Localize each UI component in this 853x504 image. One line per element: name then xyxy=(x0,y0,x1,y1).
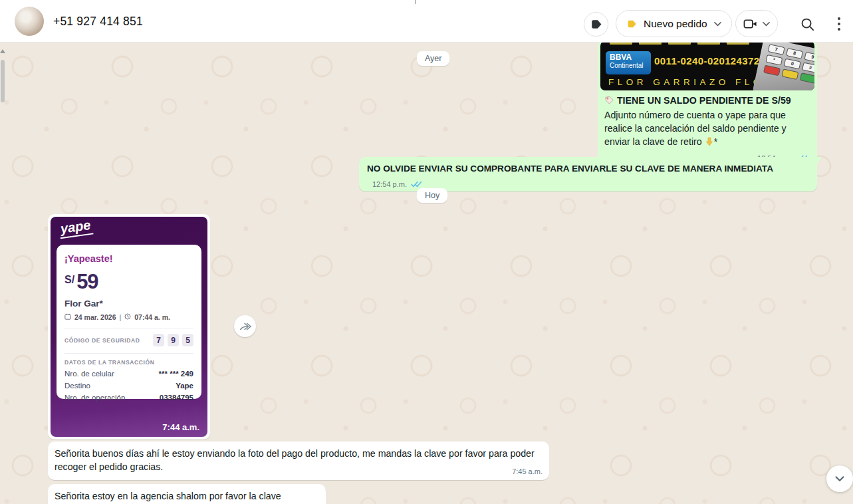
keypad-enter-key xyxy=(800,72,814,84)
message-suffix: * xyxy=(714,136,718,147)
transaction-row: Destino Yape xyxy=(64,382,193,390)
date-divider-today: Hoy xyxy=(417,188,447,203)
keypad-key: 9 xyxy=(804,52,814,63)
point-down-emoji-icon xyxy=(705,136,714,150)
message-meta: 12:54 p.m. xyxy=(372,180,422,189)
calendar-icon xyxy=(64,313,71,321)
receipt-card: ¡Yapeaste! S/59 Flor Gar* 24 mar. 2026 |… xyxy=(57,245,201,399)
chat-header: +51 927 414 851 Nuevo pedido xyxy=(0,0,853,43)
row-value: 03384795 xyxy=(160,394,193,402)
tag-icon xyxy=(590,18,602,31)
incoming-message-payment-sent[interactable]: Señorita buenos días ahí le estoy envian… xyxy=(48,441,549,480)
scroll-to-bottom-button[interactable] xyxy=(826,465,853,492)
video-call-dropdown[interactable] xyxy=(735,10,778,37)
security-digit: 5 xyxy=(182,334,193,346)
outgoing-message-bbva[interactable]: BBVA Continental 0011-0240-0201243721 FL… xyxy=(598,39,817,170)
row-label: Nro. de celular xyxy=(64,370,114,378)
chevron-down-icon xyxy=(714,21,721,27)
message-caption: TIENE UN SALDO PENDIENTE DE S/59 Adjunto… xyxy=(600,90,814,166)
transaction-row: Nro. de operación 03384795 xyxy=(64,394,193,402)
scrollbar-up-arrow-icon[interactable] xyxy=(0,49,5,53)
order-status-label: Nuevo pedido xyxy=(644,18,707,30)
receipt-date-row: 24 mar. 2026 | 07:44 a. m. xyxy=(64,313,193,321)
receipt-title: ¡Yapeaste! xyxy=(64,253,193,264)
image-timestamp: 7:44 a.m. xyxy=(162,422,199,432)
security-digit: 9 xyxy=(168,334,179,346)
message-time: 7:45 a.m. xyxy=(512,467,543,475)
message-text: Señorita buenos días ahí le estoy envian… xyxy=(55,447,543,473)
clock-icon xyxy=(124,313,131,321)
receipt-payee: Flor Gar* xyxy=(64,299,193,309)
row-value: *** *** 249 xyxy=(159,370,193,378)
chat-scrollbar[interactable] xyxy=(0,47,5,180)
message-title: TIENE UN SALDO PENDIENTE DE S/59 xyxy=(617,95,791,106)
chevron-down-icon xyxy=(763,21,770,27)
date-separator: | xyxy=(119,313,121,321)
message-time: 12:54 p.m. xyxy=(372,180,407,188)
row-label: Destino xyxy=(64,382,90,390)
security-digit: 7 xyxy=(153,334,164,346)
video-camera-icon xyxy=(743,19,757,29)
keypad-cancel-key xyxy=(763,65,781,76)
security-code-digits: 7 9 5 xyxy=(153,334,193,346)
panel-divider-notch xyxy=(415,0,416,4)
bbva-logo-line1: BBVA xyxy=(610,53,647,62)
keypad-clear-key xyxy=(781,68,798,80)
security-code-row: CÓDIGO DE SEGURIDAD 7 9 5 xyxy=(64,334,193,346)
message-text: NO OLVIDE ENVIAR SU COMPROBANTE PARA ENV… xyxy=(367,164,773,174)
forward-arrow-icon xyxy=(239,321,251,332)
tag-icon-yellow xyxy=(626,19,637,29)
pos-keypad-illustration: 7 8 9 * 0 # xyxy=(752,41,814,90)
yape-logo: yape xyxy=(58,217,93,239)
row-label: Nro. de operación xyxy=(64,394,125,402)
search-button[interactable] xyxy=(798,15,816,33)
currency-symbol: S/ xyxy=(64,274,74,285)
scrollbar-thumb[interactable] xyxy=(1,60,5,102)
keypad-key: * xyxy=(765,55,783,66)
row-value: Yape xyxy=(176,382,193,390)
kebab-menu-icon xyxy=(838,16,840,32)
receipt-date: 24 mar. 2026 xyxy=(74,313,116,321)
receipt-payment-time: 07:44 a. m. xyxy=(134,313,170,321)
bbva-logo: BBVA Continental xyxy=(606,51,651,74)
bank-account-number: 0011-0240-0201243721 xyxy=(654,55,765,66)
tag-emoji-icon xyxy=(604,95,614,108)
menu-button[interactable] xyxy=(830,15,848,33)
amount-value: 59 xyxy=(76,270,98,293)
contact-phone-number[interactable]: +51 927 414 851 xyxy=(53,0,143,43)
transaction-data-label: DATOS DE LA TRANSACCIÓN xyxy=(64,359,193,366)
message-body: Adjunto número de cuenta o yape para que… xyxy=(604,110,787,147)
label-button[interactable] xyxy=(584,12,608,37)
security-code-label: CÓDIGO DE SEGURIDAD xyxy=(64,337,140,344)
chat-area: Ayer BBVA Continental 0011-0240-02012437… xyxy=(0,43,853,504)
contact-avatar[interactable] xyxy=(15,7,44,36)
receipt-amount: S/59 xyxy=(64,270,193,294)
whatsapp-chat-window: Ayer BBVA Continental 0011-0240-02012437… xyxy=(0,0,853,504)
bbva-logo-line2: Continental xyxy=(610,62,647,70)
keypad-key: 0 xyxy=(784,59,801,70)
forward-message-button[interactable] xyxy=(234,315,256,337)
outgoing-message-reminder[interactable]: NO OLVIDE ENVIAR SU COMPROBANTE PARA ENV… xyxy=(359,157,817,191)
incoming-message-yape-receipt[interactable]: yape ¡Yapeaste! S/59 Flor Gar* 24 mar. 2… xyxy=(48,214,210,440)
chevron-down-icon xyxy=(832,471,847,486)
search-icon xyxy=(800,17,815,32)
keypad-key: 7 xyxy=(768,44,785,55)
bbva-account-image[interactable]: BBVA Continental 0011-0240-0201243721 FL… xyxy=(600,41,814,90)
message-text: Señorita estoy en la agencia shalom por … xyxy=(55,491,281,501)
transaction-row: Nro. de celular *** *** 249 xyxy=(64,370,193,378)
keypad-key: # xyxy=(802,63,814,74)
keypad-key: 8 xyxy=(786,48,803,59)
order-status-dropdown[interactable]: Nuevo pedido xyxy=(616,10,732,37)
date-divider-yesterday: Ayer xyxy=(417,51,449,66)
incoming-message-agency[interactable]: Señorita estoy en la agencia shalom por … xyxy=(48,484,326,504)
yape-receipt-image[interactable]: yape ¡Yapeaste! S/59 Flor Gar* 24 mar. 2… xyxy=(51,217,207,437)
